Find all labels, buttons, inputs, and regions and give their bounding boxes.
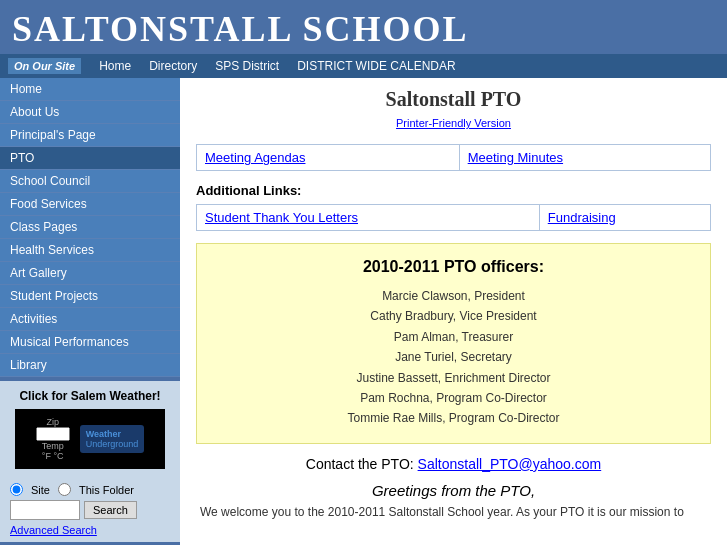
nav-home[interactable]: Home — [99, 59, 131, 73]
folder-radio[interactable] — [58, 483, 71, 496]
thank-you-letters-link[interactable]: Student Thank You Letters — [205, 210, 358, 225]
officers-box: 2010-2011 PTO officers: Marcie Clawson, … — [196, 243, 711, 444]
sidebar-item-about[interactable]: About Us — [0, 101, 180, 124]
on-our-site-label: On Our Site — [8, 58, 81, 74]
site-radio-label: Site — [31, 484, 50, 496]
officers-title: 2010-2011 PTO officers: — [217, 258, 690, 276]
sidebar-item-library[interactable]: Library — [0, 354, 180, 377]
nav-bar: On Our Site Home Directory SPS District … — [0, 54, 727, 78]
sidebar: Home About Us Principal's Page PTO Schoo… — [0, 78, 180, 545]
officer-1: Marcie Clawson, President — [382, 289, 525, 303]
officers-list: Marcie Clawson, President Cathy Bradbury… — [217, 286, 690, 429]
contact-label: Contact the PTO: — [306, 456, 414, 472]
search-input[interactable] — [10, 500, 80, 520]
site-title: Saltonstall School — [12, 8, 715, 50]
officer-5: Justine Bassett, Enrichment Director — [356, 371, 550, 385]
nav-calendar[interactable]: DISTRICT WIDE CALENDAR — [297, 59, 455, 73]
site-radio[interactable] — [10, 483, 23, 496]
printer-friendly-link[interactable]: Printer-Friendly Version — [396, 117, 511, 129]
sidebar-item-principal[interactable]: Principal's Page — [0, 124, 180, 147]
contact-email-link[interactable]: Saltonstall_PTO@yahoo.com — [418, 456, 602, 472]
links-table-1: Meeting Agendas Meeting Minutes — [196, 144, 711, 171]
officer-7: Tommie Rae Mills, Program Co-Director — [347, 411, 559, 425]
weather-section: Click for Salem Weather! Zip Temp °F °C … — [0, 381, 180, 477]
site-header: Saltonstall School — [0, 0, 727, 54]
zip-input[interactable] — [36, 427, 70, 441]
search-button[interactable]: Search — [84, 501, 137, 519]
weather-logo: Weather — [86, 429, 139, 439]
zip-label: Zip — [46, 417, 59, 427]
sidebar-item-art[interactable]: Art Gallery — [0, 262, 180, 285]
temp-label: Temp — [42, 441, 64, 451]
sidebar-item-student-projects[interactable]: Student Projects — [0, 285, 180, 308]
sidebar-item-food[interactable]: Food Services — [0, 193, 180, 216]
sidebar-item-class[interactable]: Class Pages — [0, 216, 180, 239]
contact-section: Contact the PTO: Saltonstall_PTO@yahoo.c… — [196, 456, 711, 472]
sidebar-item-pto[interactable]: PTO — [0, 147, 180, 170]
officer-3: Pam Alman, Treasurer — [394, 330, 513, 344]
sidebar-item-home[interactable]: Home — [0, 78, 180, 101]
greetings-heading: Greetings from the PTO, — [196, 482, 711, 499]
weather-widget: Zip Temp °F °C Weather Underground — [15, 409, 165, 469]
sidebar-item-activities[interactable]: Activities — [0, 308, 180, 331]
folder-radio-label: This Folder — [79, 484, 134, 496]
sidebar-item-musical[interactable]: Musical Performances — [0, 331, 180, 354]
sidebar-item-health[interactable]: Health Services — [0, 239, 180, 262]
weather-title: Click for Salem Weather! — [10, 389, 170, 403]
page-layout: Home About Us Principal's Page PTO Schoo… — [0, 78, 727, 545]
main-content: Saltonstall PTO Printer-Friendly Version… — [180, 78, 727, 545]
page-title: Saltonstall PTO — [196, 88, 711, 111]
additional-links-label: Additional Links: — [196, 179, 711, 204]
printer-friendly-section: Printer-Friendly Version — [196, 115, 711, 130]
meeting-minutes-link[interactable]: Meeting Minutes — [468, 150, 563, 165]
links-table-2: Student Thank You Letters Fundraising — [196, 204, 711, 231]
officer-4: Jane Turiel, Secretary — [395, 350, 512, 364]
sidebar-item-school-council[interactable]: School Council — [0, 170, 180, 193]
meeting-agendas-link[interactable]: Meeting Agendas — [205, 150, 305, 165]
officer-2: Cathy Bradbury, Vice President — [370, 309, 536, 323]
advanced-search-link[interactable]: Advanced Search — [10, 524, 170, 536]
nav-sps-district[interactable]: SPS District — [215, 59, 279, 73]
weather-underground-label: Underground — [86, 439, 139, 449]
welcome-text: We welcome you to the 2010-2011 Saltonst… — [196, 505, 711, 519]
officer-6: Pam Rochna, Program Co-Director — [360, 391, 547, 405]
degree-label: °F °C — [42, 451, 64, 461]
nav-directory[interactable]: Directory — [149, 59, 197, 73]
fundraising-link[interactable]: Fundraising — [548, 210, 616, 225]
search-section: Site This Folder Search Advanced Search — [0, 477, 180, 542]
